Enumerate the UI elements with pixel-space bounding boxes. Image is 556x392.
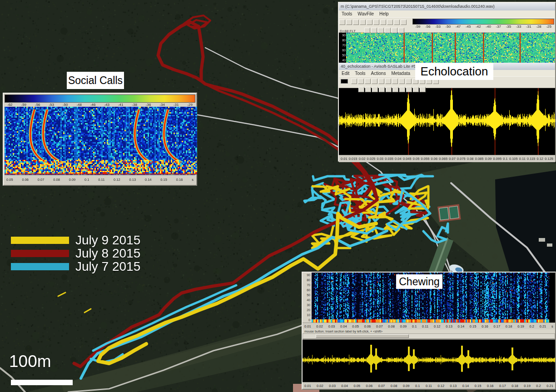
toolbar-button[interactable]	[413, 87, 419, 92]
toolbar-button[interactable]	[372, 79, 377, 84]
colorbar-tick-label: -31	[174, 103, 179, 107]
freq-tick-label: 40	[307, 298, 310, 302]
echolocation-waveform[interactable]	[339, 88, 555, 155]
time-tick-label: 0.2	[530, 324, 534, 328]
toolbar-button[interactable]	[378, 79, 384, 84]
toolbar-button[interactable]	[420, 87, 426, 92]
chew-time-axis: 0.010.020.030.040.050.060.070.080.090.10…	[303, 323, 555, 329]
time-tick-label: 0.03	[328, 324, 335, 328]
menu-item[interactable]: Tools	[342, 11, 352, 16]
time-tick-label: 0.1	[415, 384, 420, 388]
toolbar-button[interactable]	[360, 20, 366, 25]
toolbar-button[interactable]	[394, 20, 400, 25]
chewing-window: 9080706050403020100 0.010.020.030.040.05…	[302, 272, 556, 390]
colorbar-tick-label: -43	[104, 103, 109, 107]
time-tick-label: 0.04	[341, 384, 348, 388]
colorbar-tick-label: -53	[49, 103, 54, 107]
time-tick-label: 0.1	[84, 178, 89, 182]
toolbar-button[interactable]	[365, 79, 371, 84]
social-calls-spectrogram[interactable]	[5, 107, 197, 175]
toolbar-button[interactable]	[351, 79, 357, 84]
social-colorbar	[5, 94, 195, 103]
toolbar-button[interactable]	[379, 87, 385, 92]
toolbar-button[interactable]	[386, 87, 392, 92]
july-8-2015-loop-west	[158, 22, 201, 81]
toolbar-button[interactable]	[392, 28, 397, 33]
toolbar-button[interactable]	[358, 79, 364, 84]
legend-label: July 8 2015	[75, 247, 140, 260]
figure-stage: July 9 2015July 8 2015July 7 2015 100m S…	[0, 0, 556, 392]
colorbar-tick-label: -50	[63, 103, 68, 107]
time-tick-label: 0.02	[317, 384, 323, 388]
colorbar-tick-label: -29	[187, 103, 193, 107]
time-tick-label: 0.105	[509, 157, 518, 161]
freq-tick-label: 60	[307, 288, 310, 292]
time-tick-label: 0.065	[439, 157, 447, 161]
legend-row: July 9 2015	[11, 233, 140, 247]
legend-swatch	[11, 263, 69, 270]
colorbar-tick-label: -40	[486, 25, 491, 29]
colorbar-tick-label: -31	[526, 25, 531, 29]
chewing-label: Chewing	[396, 274, 442, 289]
toolbar-button[interactable]	[392, 87, 398, 92]
scalebar-bar	[11, 380, 73, 385]
toolbar-button[interactable]	[365, 87, 371, 92]
time-tick-label: 0.15	[475, 384, 482, 388]
toolbar-button[interactable]	[399, 79, 405, 84]
chew-scrollbar[interactable]	[303, 333, 555, 339]
time-tick-label: 0.16	[487, 384, 494, 388]
toolbar-button[interactable]	[367, 20, 372, 25]
toolbar-button[interactable]	[385, 28, 391, 33]
toolbar-button[interactable]	[406, 79, 412, 84]
toolbar-button[interactable]	[371, 28, 377, 33]
toolbar-button[interactable]	[378, 28, 384, 33]
menu-item[interactable]: WavFile	[357, 11, 374, 16]
colorbar-tick-label: -53	[435, 25, 441, 29]
time-tick-label: 0.09	[400, 324, 407, 328]
time-tick-label: 0.08	[388, 324, 395, 328]
echo-time-axis: 0.010.0150.020.0250.030.0350.040.0450.05…	[339, 155, 555, 162]
menu-item[interactable]: Help	[379, 11, 389, 16]
menu-item[interactable]: Actions	[371, 71, 386, 76]
time-tick-label: 0.12	[536, 157, 543, 161]
toolbar-button[interactable]	[353, 20, 359, 25]
time-tick-label: 0.02	[359, 157, 366, 161]
gps-track-cluster	[423, 223, 448, 243]
toolbar-button[interactable]	[339, 20, 345, 25]
toolbar-button[interactable]	[398, 28, 404, 33]
toolbar-button[interactable]	[406, 87, 412, 92]
time-tick-label: 0.1	[503, 157, 507, 161]
echolocation-spectrogram[interactable]	[346, 33, 555, 63]
menu-item[interactable]: Metadata	[391, 71, 410, 76]
july-7-2015-return	[93, 285, 236, 351]
toolbar-button[interactable]	[346, 20, 352, 25]
toolbar-button[interactable]	[399, 87, 405, 92]
time-tick-label: 0.04	[395, 157, 402, 161]
time-tick-label: 0.08	[53, 178, 60, 182]
toolbar-button[interactable]	[372, 87, 378, 92]
toolbar-button[interactable]	[364, 28, 370, 33]
time-tick-label: 0.05	[413, 157, 420, 161]
colorbar-tick-label: -25	[546, 25, 551, 29]
scrollbar-thumb[interactable]	[316, 334, 409, 338]
toolbar-button[interactable]	[373, 20, 379, 25]
colorbar-tick-label: -34	[159, 103, 165, 107]
time-tick-label: 0.035	[385, 157, 393, 161]
chewing-waveform[interactable]	[303, 340, 555, 382]
time-tick-label: 0.06	[431, 157, 438, 161]
toolbar-button[interactable]	[380, 20, 386, 25]
toolbar-button[interactable]	[385, 79, 391, 84]
freq-tick-label: 60	[342, 49, 346, 52]
freq-tick-label: 90	[307, 273, 310, 277]
toolbar-button[interactable]	[358, 87, 364, 92]
time-tick-label: 0.21	[546, 384, 553, 388]
echo-toolbar: D=88 FLT -59-56-53-50-47-45-42-40-37-35-…	[339, 17, 555, 33]
toolbar-button[interactable]	[392, 79, 398, 84]
toolbar-button[interactable]	[387, 20, 393, 25]
menu-item[interactable]: Tools	[355, 71, 365, 76]
color-swatch[interactable]	[341, 79, 348, 84]
colorbar-tick-label: -45	[466, 25, 471, 29]
menu-item[interactable]: Edit	[342, 71, 349, 76]
toolbar-button[interactable]	[401, 20, 407, 25]
echo-window-titlebar[interactable]: m (C:\panama_GPS\TS\CGT20573\20150715_01…	[339, 3, 555, 10]
